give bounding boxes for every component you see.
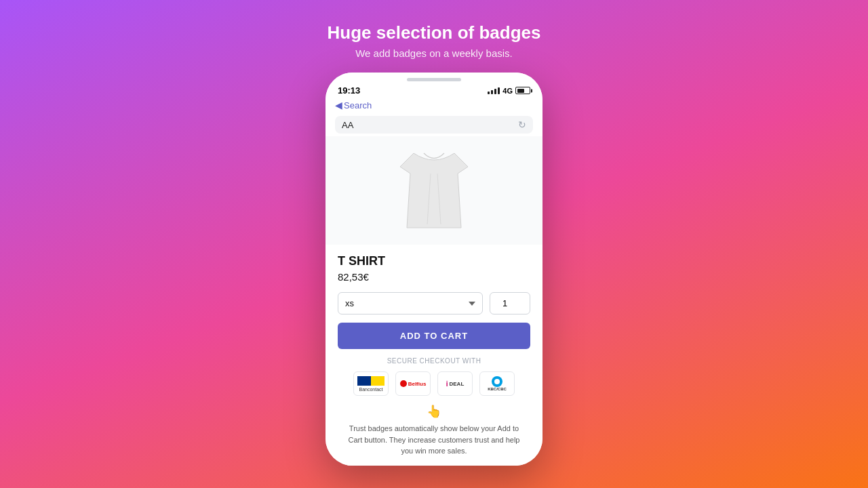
product-name: T SHIRT xyxy=(338,254,530,268)
header-subtitle: We add badges on a weekly basis. xyxy=(328,47,541,59)
signal-bar-2 xyxy=(491,90,493,94)
kbc-inner-circle xyxy=(494,379,500,384)
battery-fill xyxy=(517,89,524,93)
variant-row: xs s m l xl xyxy=(338,292,530,314)
size-select[interactable]: xs s m l xl xyxy=(338,292,483,314)
ideal-icon: i xyxy=(446,380,448,388)
reload-icon[interactable]: ↻ xyxy=(518,119,526,130)
phone-notch-pill xyxy=(407,78,461,81)
back-arrow-icon: ◀ xyxy=(335,100,342,110)
trust-section: 👆 Trust badges automatically show below … xyxy=(338,404,530,457)
ideal-inner: i DEAL xyxy=(446,380,465,388)
header-section: Huge selection of badges We add badges o… xyxy=(328,22,541,59)
add-to-cart-button[interactable]: ADD TO CART xyxy=(338,323,530,349)
ideal-badge: i DEAL xyxy=(437,371,473,396)
status-time: 19:13 xyxy=(338,85,360,96)
belfius-logo: Belfius xyxy=(400,380,427,387)
stripe-blue xyxy=(357,376,371,386)
product-image xyxy=(393,146,475,235)
nav-back-button[interactable]: ◀ Search xyxy=(335,100,372,110)
signal-bar-1 xyxy=(488,92,490,94)
status-bar: 19:13 4G xyxy=(326,84,542,98)
product-image-area xyxy=(326,136,542,245)
ideal-label: DEAL xyxy=(450,381,465,387)
product-info: T SHIRT 82,53€ xs s m l xl ADD TO CART xyxy=(326,245,542,457)
battery-icon xyxy=(515,87,530,94)
payment-badges: Bancontact Belfius i DEAL xyxy=(338,371,530,396)
secure-checkout-label: SECURE CHECKOUT WITH xyxy=(338,357,530,365)
network-label: 4G xyxy=(502,87,513,95)
signal-bar-4 xyxy=(498,87,500,94)
address-text: AA xyxy=(342,120,518,130)
phone-frame: 19:13 4G ◀ Search A xyxy=(326,73,542,466)
page-wrapper: Huge selection of badges We add badges o… xyxy=(0,0,868,488)
belfius-dot xyxy=(400,380,407,387)
signal-icon xyxy=(488,87,500,94)
bancontact-badge: Bancontact xyxy=(353,371,389,396)
status-right: 4G xyxy=(488,87,530,95)
phone-notch-bar xyxy=(326,73,542,84)
nav-back-label: Search xyxy=(344,100,372,110)
signal-bar-3 xyxy=(494,89,496,94)
address-bar[interactable]: AA ↻ xyxy=(335,116,533,134)
phone-content: T SHIRT 82,53€ xs s m l xl ADD TO CART xyxy=(326,136,542,466)
kbc-label: KBC/CBC xyxy=(488,387,507,391)
quantity-input[interactable] xyxy=(490,292,530,314)
nav-bar: ◀ Search xyxy=(326,98,542,113)
product-price: 82,53€ xyxy=(338,271,530,283)
trust-text: Trust badges automatically show below yo… xyxy=(347,423,521,457)
header-title: Huge selection of badges xyxy=(328,22,541,43)
bancontact-label: Bancontact xyxy=(359,387,382,392)
bancontact-stripe xyxy=(357,376,384,386)
kbc-badge: KBC/CBC xyxy=(479,371,515,396)
kbc-circle xyxy=(492,376,502,387)
belfius-text: Belfius xyxy=(408,381,427,387)
belfius-badge: Belfius xyxy=(395,371,431,396)
stripe-yellow xyxy=(371,376,384,386)
trust-emoji: 👆 xyxy=(347,404,521,419)
